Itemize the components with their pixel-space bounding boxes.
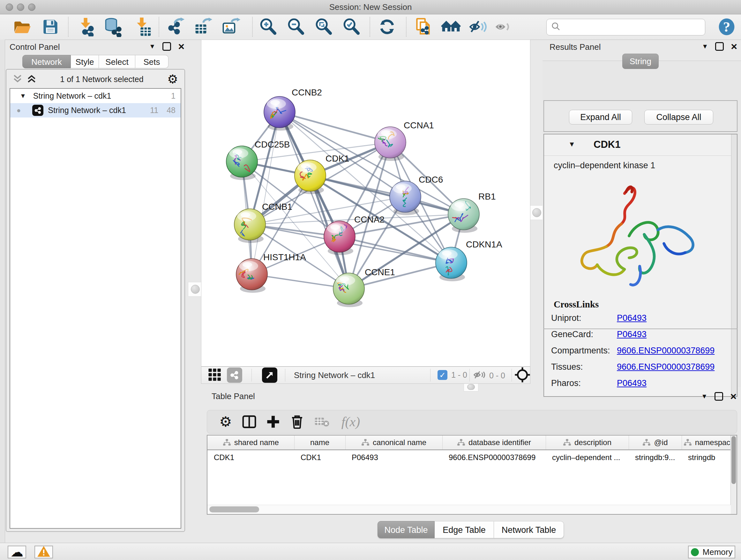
tab-string[interactable]: String xyxy=(622,54,659,69)
tab-select[interactable]: Select xyxy=(99,55,135,68)
fit-content-crosshair-icon[interactable] xyxy=(514,366,531,384)
table-panel-close-icon[interactable]: × xyxy=(730,393,737,399)
table-panel-collapse-icon[interactable]: ▼ xyxy=(701,393,708,400)
node-label-CCNE1: CCNE1 xyxy=(365,267,395,277)
column-header-name[interactable]: name xyxy=(294,435,345,450)
first-neighbors-icon[interactable] xyxy=(441,17,461,37)
zoom-out-icon[interactable] xyxy=(286,17,306,37)
expand-all-networks-icon[interactable] xyxy=(27,74,37,84)
cell-database-identifier[interactable]: 9606.ENSP00000378699 xyxy=(442,450,546,465)
network-node-CDKN1A[interactable] xyxy=(435,247,467,281)
control-panel-collapse-icon[interactable]: ▼ xyxy=(149,43,155,50)
delete-table-icon xyxy=(312,410,331,433)
cloud-status-button[interactable]: ☁ xyxy=(8,546,26,558)
import-table-icon[interactable] xyxy=(132,17,152,37)
collapse-all-button[interactable]: Collapse All xyxy=(644,110,713,125)
zoom-in-icon[interactable] xyxy=(258,17,278,37)
selected-checkbox-icon[interactable]: ✓ xyxy=(437,370,448,380)
results-panel-float-icon[interactable] xyxy=(715,42,724,51)
delete-column-icon[interactable] xyxy=(287,410,307,433)
collection-expand-icon[interactable]: ▼ xyxy=(20,92,26,100)
table-horizontal-scrollbar[interactable] xyxy=(207,505,731,514)
network-canvas[interactable]: CCNB2CCNA1CDC25BCDK1CDC6RB1CCNB1CCNA2CDK… xyxy=(201,40,530,367)
memory-button[interactable]: Memory xyxy=(688,546,735,558)
network-node-CDK1[interactable] xyxy=(294,160,326,194)
help-icon[interactable]: ? xyxy=(717,17,737,37)
crosslink-tissues-link[interactable]: 9606.ENSP00000378699 xyxy=(617,362,715,372)
protein-expand-icon[interactable]: ▼ xyxy=(568,140,576,148)
network-row[interactable]: ● String Network – cdk1 11 48 xyxy=(10,103,181,118)
network-collection-row[interactable]: ▼ String Network – cdk1 1 xyxy=(10,89,181,103)
search-box[interactable] xyxy=(546,19,705,36)
birds-eye-grid-icon[interactable] xyxy=(206,366,224,384)
cell-description[interactable]: cyclin–dependent ... xyxy=(546,450,629,465)
save-session-icon[interactable] xyxy=(40,17,61,37)
column-header-shared-name[interactable]: shared name xyxy=(207,435,294,450)
results-panel-close-icon[interactable]: × xyxy=(731,43,737,50)
expand-all-button[interactable]: Expand All xyxy=(569,110,632,125)
show-columns-icon[interactable] xyxy=(240,410,259,433)
table-settings-gear-icon[interactable]: ⚙ xyxy=(216,410,235,433)
fullscreen-view-icon[interactable] xyxy=(262,368,277,383)
collapse-all-networks-icon[interactable] xyxy=(13,74,22,84)
table-row[interactable]: CDK1CDK1P064939606.ENSP00000378699cyclin… xyxy=(207,450,732,465)
column-header--id[interactable]: @id xyxy=(629,435,682,450)
crosslink-label: Uniprot: xyxy=(551,313,582,323)
export-image-icon[interactable] xyxy=(221,17,241,37)
column-header-description[interactable]: description xyxy=(546,435,629,450)
tab-style[interactable]: Style xyxy=(71,55,99,68)
cell--id[interactable]: stringdb:9... xyxy=(629,450,682,465)
crosslink-uniprot-link[interactable]: P06493 xyxy=(617,313,647,323)
network-node-CDC6[interactable] xyxy=(390,181,421,215)
hide-selected-eye-icon[interactable] xyxy=(468,17,488,37)
results-panel-collapse-icon[interactable]: ▼ xyxy=(702,43,708,50)
zoom-selected-icon[interactable] xyxy=(341,17,361,37)
tab-network-table[interactable]: Network Table xyxy=(494,521,564,538)
tab-network[interactable]: Network xyxy=(22,55,71,68)
tab-sets[interactable]: Sets xyxy=(135,55,169,68)
cell-shared-name[interactable]: CDK1 xyxy=(207,450,294,465)
cell-name[interactable]: CDK1 xyxy=(294,450,345,465)
crosslink-pharos-link[interactable]: P06493 xyxy=(617,378,647,388)
warnings-button[interactable] xyxy=(35,546,53,558)
export-network-icon[interactable] xyxy=(165,17,186,37)
network-node-CCNA2[interactable] xyxy=(324,221,355,255)
refresh-view-icon[interactable] xyxy=(377,17,397,37)
node-label-CCNA2: CCNA2 xyxy=(354,214,385,225)
network-node-HIST1H1A[interactable] xyxy=(236,259,267,293)
new-network-from-selection-icon[interactable] xyxy=(414,17,434,37)
crosslink-compartments-link[interactable]: 9606.ENSP00000378699 xyxy=(617,346,715,356)
network-node-CCNA1[interactable] xyxy=(375,127,406,161)
network-node-CCNB1[interactable] xyxy=(234,209,266,243)
column-header-database-identifier[interactable]: database identifier xyxy=(442,435,546,450)
function-builder-icon: f(x) xyxy=(336,410,365,433)
search-input[interactable] xyxy=(564,20,705,34)
network-node-RB1[interactable] xyxy=(448,199,479,233)
cell-namespac[interactable]: stringdb xyxy=(682,450,732,465)
control-panel-float-icon[interactable] xyxy=(162,42,171,51)
network-node-CCNB2[interactable] xyxy=(264,97,295,131)
column-header-canonical-name[interactable]: canonical name xyxy=(345,435,442,450)
left-splitter-handle[interactable] xyxy=(188,282,203,297)
cell-canonical-name[interactable]: P06493 xyxy=(345,450,442,465)
export-table-icon[interactable] xyxy=(193,17,213,37)
results-scrollbar[interactable] xyxy=(731,134,737,396)
network-options-gear-icon[interactable]: ⚙ xyxy=(167,73,178,85)
tab-edge-table[interactable]: Edge Table xyxy=(434,521,494,538)
control-panel-close-icon[interactable]: × xyxy=(178,43,185,50)
table-vertical-scrollbar[interactable] xyxy=(731,435,737,514)
zoom-fit-icon[interactable] xyxy=(313,17,334,37)
table-panel-float-icon[interactable] xyxy=(715,392,723,401)
open-session-icon[interactable] xyxy=(12,17,32,37)
network-node-CCNE1[interactable] xyxy=(333,273,364,307)
network-node-CDC25B[interactable] xyxy=(226,146,258,180)
network-overview-icon[interactable] xyxy=(227,368,242,383)
import-network-icon[interactable] xyxy=(76,17,96,37)
show-all-eye-icon[interactable] xyxy=(492,17,513,37)
protein-section-header[interactable]: ▼ CDK1 xyxy=(544,134,737,156)
import-network-database-icon[interactable] xyxy=(103,17,123,37)
column-header-namespac[interactable]: namespac xyxy=(682,435,732,450)
right-splitter-handle[interactable] xyxy=(529,205,544,220)
add-column-icon[interactable] xyxy=(264,410,283,433)
tab-node-table[interactable]: Node Table xyxy=(378,521,434,538)
